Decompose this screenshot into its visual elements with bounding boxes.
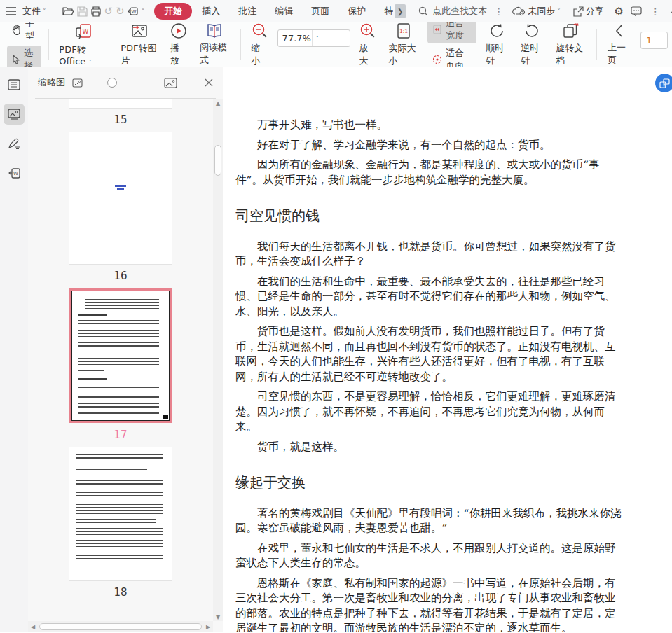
tab-comment[interactable]: 批注 [230,2,265,20]
export-doc-icon[interactable]: W [128,6,139,18]
document-view[interactable]: 万事开头难，写书也一样。 好在对于了解、学习金融学来说，有一个自然的起点：货币。… [223,67,672,632]
previous-page-label: 上一页 [608,41,630,67]
tab-page[interactable]: 页面 [303,2,338,20]
thumbnail-resize-handle [163,415,168,419]
tab-overflow-button[interactable]: ❯ [395,4,406,18]
fit-page-label: 适合页面 [446,47,472,67]
play-label: 播放 [170,42,187,67]
paragraph: 好在对于了解、学习金融学来说，有一个自然的起点：货币。 [235,138,626,153]
slider-knob[interactable] [107,78,117,88]
open-file-icon[interactable] [62,6,74,18]
zoom-out-button[interactable]: 缩小 [245,22,275,67]
actual-size-button[interactable]: 1:1 实际大小 [383,22,425,67]
scroll-up-icon[interactable]: ▲ [213,99,223,107]
tab-home[interactable]: 开始 [154,3,192,20]
thumbnail-page-15[interactable] [69,99,172,108]
rotate-counterclockwise-button[interactable]: 逆时针 [514,22,549,67]
one-to-one-icon: 1:1 [396,22,411,39]
convert-panel-button[interactable]: W [4,162,25,183]
search-icon [418,6,428,16]
svg-text:W: W [13,171,18,176]
vertical-scroll-thumb[interactable] [214,145,221,176]
rotate-document-button[interactable]: 旋转文档 [549,22,592,67]
find-text-label: 点此查找文本 [432,5,487,18]
scroll-left-icon[interactable]: ◀ [28,624,38,630]
reading-mode-label: 阅读模式 [200,41,230,67]
tab-features[interactable]: 特 [376,2,393,20]
rotate-document-label: 旋转文档 [556,42,586,67]
zoom-level-value: 77.7% [282,33,312,43]
page-number-value: 1 [646,35,652,46]
pdf-to-office-button[interactable]: W PDF转Office ˅ [53,22,114,67]
paragraph: 万事开头难，写书也一样。 [235,118,626,133]
panel-vertical-scrollbar[interactable]: ▲ ▼ [213,99,223,621]
clockwise-label: 顺时针 [486,42,508,67]
chevron-down-icon[interactable]: ˅ [312,30,345,46]
collapse-toolbar-icon[interactable] [668,6,672,18]
previous-page-button[interactable]: 上一页 [601,22,636,67]
fit-width-icon [432,25,442,34]
thumbnail-size-slider[interactable] [90,78,157,88]
thumbnail-page-18[interactable] [69,447,172,580]
fit-width-button[interactable]: 适合宽度 [427,22,476,43]
thumbnail-page-17-selected[interactable] [69,288,172,423]
file-menu[interactable]: 文件 ˅ [19,3,50,20]
hamburger-menu-icon[interactable] [6,6,16,18]
counterclockwise-icon [523,22,540,39]
scroll-down-icon[interactable]: ▼ [213,613,223,621]
floating-convert-button[interactable]: W [655,74,672,92]
pdf-to-office-icon: W [74,22,92,41]
pen-icon [8,138,20,149]
rotate-clockwise-button[interactable]: 顺时针 [479,22,514,67]
hand-tool-button[interactable]: 手型 [7,22,41,43]
zoom-in-button[interactable]: 放大 [353,22,383,67]
zoom-level-combo[interactable]: 77.7% ˅ [275,22,353,67]
thumbnail-label-17: 17 [114,429,127,441]
page-number-input[interactable]: 1 [640,32,668,49]
select-tool-label: 选择 [24,47,36,67]
close-panel-icon[interactable] [205,78,213,87]
pdf-to-image-button[interactable]: PDF转图片 [114,22,164,67]
tab-insert[interactable]: 插入 [193,2,228,20]
sidebar-icon-strip: W [0,67,28,632]
chevron-down-icon[interactable]: ˅ [142,8,145,15]
pdf-to-image-label: PDF转图片 [121,42,158,67]
more-options-icon[interactable]: ⋮ [648,6,663,17]
outline-panel-button[interactable] [4,74,25,95]
find-text[interactable]: 点此查找文本 ⋮ [418,5,506,18]
play-button[interactable]: 播放 [164,22,193,67]
document-page: 万事开头难，写书也一样。 好在对于了解、学习金融学来说，有一个自然的起点：货币。… [223,67,672,632]
thumbnail-page-16[interactable] [69,132,172,264]
svg-text:W: W [663,83,666,87]
panel-horizontal-scrollbar[interactable]: ◀ ▶ [28,621,213,632]
thumbnail-label-16: 16 [114,270,127,282]
feedback-comment-icon[interactable] [631,6,643,18]
select-tool-button[interactable]: 选择 [7,46,41,67]
paragraph: 因为所有的金融现象、金融行为，都是某种程度的、或大或小的货币“事件”。从货币开始… [235,158,626,188]
share-button[interactable]: 分享 [570,3,608,20]
redo-icon[interactable]: ↻ [116,6,125,18]
paragraph: 著名的黄梅戏剧目《天仙配》里有段唱词：“你耕田来我织布，我挑水来你浇园。寒窑虽破… [235,506,626,536]
thumbnail-label-18: 18 [114,586,127,599]
save-icon[interactable] [77,6,88,18]
find-more-icon[interactable]: ⋮ [491,6,506,17]
print-icon[interactable] [90,6,102,18]
sync-status[interactable]: 未同步 ˅ [509,3,564,20]
horizontal-scroll-thumb[interactable] [39,623,202,630]
thumbnail-panel: 缩略图 15 16 [28,67,223,632]
tab-edit[interactable]: 编辑 [266,2,301,20]
svg-text:W: W [131,9,136,15]
undo-icon[interactable]: ↺ [104,6,114,18]
annotation-panel-button[interactable] [4,133,25,154]
reading-mode-button[interactable]: 阅读模式 [193,22,236,67]
toolbar: 手型 选择 W PDF转Office ˅ PDF转图片 播放 阅读模式 [0,22,672,67]
scroll-right-icon[interactable]: ▶ [203,624,213,630]
tab-protect[interactable]: 保护 [339,2,374,20]
thumbnail-panel-button[interactable] [4,104,25,125]
settings-gear-icon[interactable]: ⚙ [613,6,625,18]
cursor-arrow-icon [12,55,20,64]
fit-page-button[interactable]: 适合页面 [427,46,476,67]
outline-list-icon [8,79,20,90]
play-icon [170,22,187,39]
paragraph: 司空见惯的东西，不是更容易理解，恰恰相反，它们更难理解，更难琢磨清楚。因为习惯了… [235,389,626,435]
